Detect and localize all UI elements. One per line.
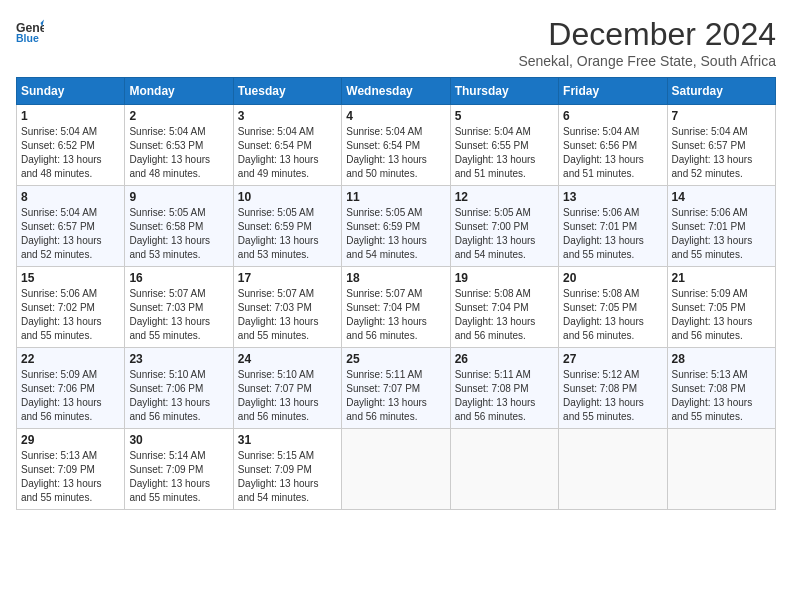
- calendar-cell: 24 Sunrise: 5:10 AM Sunset: 7:07 PM Dayl…: [233, 348, 341, 429]
- day-number: 28: [672, 352, 771, 366]
- day-info: Sunrise: 5:05 AM Sunset: 6:58 PM Dayligh…: [129, 206, 228, 262]
- day-info: Sunrise: 5:06 AM Sunset: 7:01 PM Dayligh…: [563, 206, 662, 262]
- calendar-cell: 1 Sunrise: 5:04 AM Sunset: 6:52 PM Dayli…: [17, 105, 125, 186]
- calendar-cell: 5 Sunrise: 5:04 AM Sunset: 6:55 PM Dayli…: [450, 105, 558, 186]
- day-info: Sunrise: 5:15 AM Sunset: 7:09 PM Dayligh…: [238, 449, 337, 505]
- calendar-cell: 31 Sunrise: 5:15 AM Sunset: 7:09 PM Dayl…: [233, 429, 341, 510]
- calendar-week-3: 15 Sunrise: 5:06 AM Sunset: 7:02 PM Dayl…: [17, 267, 776, 348]
- day-number: 26: [455, 352, 554, 366]
- calendar-cell: 22 Sunrise: 5:09 AM Sunset: 7:06 PM Dayl…: [17, 348, 125, 429]
- calendar-cell: 3 Sunrise: 5:04 AM Sunset: 6:54 PM Dayli…: [233, 105, 341, 186]
- day-number: 10: [238, 190, 337, 204]
- col-wednesday: Wednesday: [342, 78, 450, 105]
- day-number: 5: [455, 109, 554, 123]
- col-saturday: Saturday: [667, 78, 775, 105]
- day-number: 24: [238, 352, 337, 366]
- day-info: Sunrise: 5:08 AM Sunset: 7:04 PM Dayligh…: [455, 287, 554, 343]
- day-info: Sunrise: 5:04 AM Sunset: 6:54 PM Dayligh…: [346, 125, 445, 181]
- day-info: Sunrise: 5:04 AM Sunset: 6:56 PM Dayligh…: [563, 125, 662, 181]
- calendar-cell: 16 Sunrise: 5:07 AM Sunset: 7:03 PM Dayl…: [125, 267, 233, 348]
- day-info: Sunrise: 5:11 AM Sunset: 7:07 PM Dayligh…: [346, 368, 445, 424]
- calendar-cell: 7 Sunrise: 5:04 AM Sunset: 6:57 PM Dayli…: [667, 105, 775, 186]
- calendar-cell: 23 Sunrise: 5:10 AM Sunset: 7:06 PM Dayl…: [125, 348, 233, 429]
- calendar-cell: 9 Sunrise: 5:05 AM Sunset: 6:58 PM Dayli…: [125, 186, 233, 267]
- day-number: 2: [129, 109, 228, 123]
- day-number: 27: [563, 352, 662, 366]
- calendar-header-row: Sunday Monday Tuesday Wednesday Thursday…: [17, 78, 776, 105]
- calendar-table: Sunday Monday Tuesday Wednesday Thursday…: [16, 77, 776, 510]
- month-title: December 2024: [518, 16, 776, 53]
- col-monday: Monday: [125, 78, 233, 105]
- day-info: Sunrise: 5:13 AM Sunset: 7:09 PM Dayligh…: [21, 449, 120, 505]
- calendar-cell: 10 Sunrise: 5:05 AM Sunset: 6:59 PM Dayl…: [233, 186, 341, 267]
- day-info: Sunrise: 5:10 AM Sunset: 7:07 PM Dayligh…: [238, 368, 337, 424]
- day-number: 14: [672, 190, 771, 204]
- day-info: Sunrise: 5:05 AM Sunset: 6:59 PM Dayligh…: [238, 206, 337, 262]
- calendar-cell: 18 Sunrise: 5:07 AM Sunset: 7:04 PM Dayl…: [342, 267, 450, 348]
- day-number: 31: [238, 433, 337, 447]
- calendar-cell: [667, 429, 775, 510]
- calendar-week-2: 8 Sunrise: 5:04 AM Sunset: 6:57 PM Dayli…: [17, 186, 776, 267]
- day-number: 4: [346, 109, 445, 123]
- calendar-cell: 17 Sunrise: 5:07 AM Sunset: 7:03 PM Dayl…: [233, 267, 341, 348]
- day-number: 15: [21, 271, 120, 285]
- logo-icon: General Blue: [16, 16, 44, 44]
- day-number: 8: [21, 190, 120, 204]
- day-number: 20: [563, 271, 662, 285]
- day-info: Sunrise: 5:06 AM Sunset: 7:02 PM Dayligh…: [21, 287, 120, 343]
- day-number: 21: [672, 271, 771, 285]
- logo: General Blue: [16, 16, 44, 44]
- col-friday: Friday: [559, 78, 667, 105]
- calendar-cell: 12 Sunrise: 5:05 AM Sunset: 7:00 PM Dayl…: [450, 186, 558, 267]
- day-info: Sunrise: 5:09 AM Sunset: 7:05 PM Dayligh…: [672, 287, 771, 343]
- day-info: Sunrise: 5:04 AM Sunset: 6:55 PM Dayligh…: [455, 125, 554, 181]
- calendar-cell: [450, 429, 558, 510]
- day-number: 18: [346, 271, 445, 285]
- day-info: Sunrise: 5:07 AM Sunset: 7:03 PM Dayligh…: [238, 287, 337, 343]
- calendar-cell: 4 Sunrise: 5:04 AM Sunset: 6:54 PM Dayli…: [342, 105, 450, 186]
- calendar-week-5: 29 Sunrise: 5:13 AM Sunset: 7:09 PM Dayl…: [17, 429, 776, 510]
- location-subtitle: Senekal, Orange Free State, South Africa: [518, 53, 776, 69]
- day-info: Sunrise: 5:04 AM Sunset: 6:54 PM Dayligh…: [238, 125, 337, 181]
- day-number: 19: [455, 271, 554, 285]
- col-sunday: Sunday: [17, 78, 125, 105]
- calendar-cell: 30 Sunrise: 5:14 AM Sunset: 7:09 PM Dayl…: [125, 429, 233, 510]
- calendar-cell: [559, 429, 667, 510]
- calendar-cell: 20 Sunrise: 5:08 AM Sunset: 7:05 PM Dayl…: [559, 267, 667, 348]
- day-info: Sunrise: 5:09 AM Sunset: 7:06 PM Dayligh…: [21, 368, 120, 424]
- day-info: Sunrise: 5:04 AM Sunset: 6:57 PM Dayligh…: [672, 125, 771, 181]
- day-info: Sunrise: 5:05 AM Sunset: 7:00 PM Dayligh…: [455, 206, 554, 262]
- calendar-cell: 25 Sunrise: 5:11 AM Sunset: 7:07 PM Dayl…: [342, 348, 450, 429]
- calendar-cell: 26 Sunrise: 5:11 AM Sunset: 7:08 PM Dayl…: [450, 348, 558, 429]
- calendar-week-1: 1 Sunrise: 5:04 AM Sunset: 6:52 PM Dayli…: [17, 105, 776, 186]
- day-info: Sunrise: 5:07 AM Sunset: 7:04 PM Dayligh…: [346, 287, 445, 343]
- day-number: 3: [238, 109, 337, 123]
- day-number: 9: [129, 190, 228, 204]
- day-number: 12: [455, 190, 554, 204]
- day-number: 17: [238, 271, 337, 285]
- day-number: 1: [21, 109, 120, 123]
- calendar-cell: 28 Sunrise: 5:13 AM Sunset: 7:08 PM Dayl…: [667, 348, 775, 429]
- calendar-cell: 27 Sunrise: 5:12 AM Sunset: 7:08 PM Dayl…: [559, 348, 667, 429]
- calendar-cell: 19 Sunrise: 5:08 AM Sunset: 7:04 PM Dayl…: [450, 267, 558, 348]
- calendar-cell: 8 Sunrise: 5:04 AM Sunset: 6:57 PM Dayli…: [17, 186, 125, 267]
- day-info: Sunrise: 5:04 AM Sunset: 6:53 PM Dayligh…: [129, 125, 228, 181]
- day-info: Sunrise: 5:12 AM Sunset: 7:08 PM Dayligh…: [563, 368, 662, 424]
- svg-text:Blue: Blue: [16, 32, 39, 44]
- calendar-cell: 6 Sunrise: 5:04 AM Sunset: 6:56 PM Dayli…: [559, 105, 667, 186]
- calendar-cell: 2 Sunrise: 5:04 AM Sunset: 6:53 PM Dayli…: [125, 105, 233, 186]
- day-info: Sunrise: 5:08 AM Sunset: 7:05 PM Dayligh…: [563, 287, 662, 343]
- day-number: 23: [129, 352, 228, 366]
- calendar-cell: 14 Sunrise: 5:06 AM Sunset: 7:01 PM Dayl…: [667, 186, 775, 267]
- day-info: Sunrise: 5:11 AM Sunset: 7:08 PM Dayligh…: [455, 368, 554, 424]
- day-number: 16: [129, 271, 228, 285]
- day-info: Sunrise: 5:05 AM Sunset: 6:59 PM Dayligh…: [346, 206, 445, 262]
- day-number: 7: [672, 109, 771, 123]
- calendar-cell: 11 Sunrise: 5:05 AM Sunset: 6:59 PM Dayl…: [342, 186, 450, 267]
- calendar-week-4: 22 Sunrise: 5:09 AM Sunset: 7:06 PM Dayl…: [17, 348, 776, 429]
- col-tuesday: Tuesday: [233, 78, 341, 105]
- day-info: Sunrise: 5:06 AM Sunset: 7:01 PM Dayligh…: [672, 206, 771, 262]
- calendar-cell: [342, 429, 450, 510]
- calendar-cell: 29 Sunrise: 5:13 AM Sunset: 7:09 PM Dayl…: [17, 429, 125, 510]
- day-info: Sunrise: 5:13 AM Sunset: 7:08 PM Dayligh…: [672, 368, 771, 424]
